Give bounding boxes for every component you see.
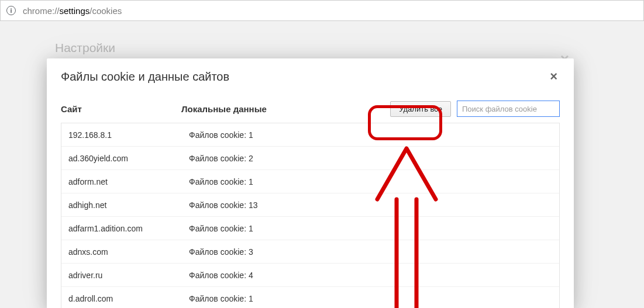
cell-local-data: Файлов cookie: 1 [189,224,552,233]
table-row[interactable]: adfarm1.adition.comФайлов cookie: 1 [61,217,559,240]
cell-site: 192.168.8.1 [68,130,189,140]
table-row[interactable]: adhigh.netФайлов cookie: 13 [61,193,559,217]
settings-page-title: Настройки [55,41,115,55]
cell-site: adform.net [68,177,189,186]
table-row[interactable]: adnxs.comФайлов cookie: 3 [61,240,559,264]
cell-local-data: Файлов cookie: 1 [189,294,552,303]
cell-local-data: Файлов cookie: 1 [189,177,552,186]
dialog-toolbar: Сайт Локальные данные Удалить все [47,92,574,123]
cookie-table: 192.168.8.1Файлов cookie: 1ad.360yield.c… [61,123,560,308]
table-row[interactable]: ad.360yield.comФайлов cookie: 2 [61,147,559,170]
url-part-dark: settings [60,6,90,16]
cookies-dialog: Файлы cookie и данные сайтов × Сайт Лока… [47,58,574,308]
cell-local-data: Файлов cookie: 3 [189,247,552,257]
cell-local-data: Файлов cookie: 1 [189,130,552,140]
cell-site: adriver.ru [68,271,189,280]
column-header-site: Сайт [61,104,181,114]
close-icon[interactable]: × [547,69,560,84]
dialog-title: Файлы cookie и данные сайтов [61,70,229,84]
cookie-search-input[interactable] [457,101,560,117]
table-row[interactable]: adform.netФайлов cookie: 1 [61,170,559,193]
column-header-local-data: Локальные данные [181,104,390,114]
address-bar[interactable]: i chrome://settings/cookies [0,0,644,21]
url-part-gray2: /cookies [89,6,122,16]
cell-site: adhigh.net [68,200,189,210]
url-part-gray: chrome:// [23,6,60,16]
table-row[interactable]: adriver.ruФайлов cookie: 4 [61,264,559,287]
delete-all-button[interactable]: Удалить все [390,101,451,117]
cell-local-data: Файлов cookie: 2 [189,154,552,163]
table-row[interactable]: 192.168.8.1Файлов cookie: 1 [61,123,559,147]
cell-local-data: Файлов cookie: 4 [189,271,552,280]
cookie-table-body[interactable]: 192.168.8.1Файлов cookie: 1ad.360yield.c… [61,123,559,308]
cell-site: adfarm1.adition.com [68,224,189,233]
cell-site: adnxs.com [68,247,189,257]
cell-site: ad.360yield.com [68,154,189,163]
table-row[interactable]: d.adroll.comФайлов cookie: 1 [61,287,559,308]
site-info-icon[interactable]: i [6,6,16,15]
cell-site: d.adroll.com [68,294,189,303]
cell-local-data: Файлов cookie: 13 [189,200,552,210]
